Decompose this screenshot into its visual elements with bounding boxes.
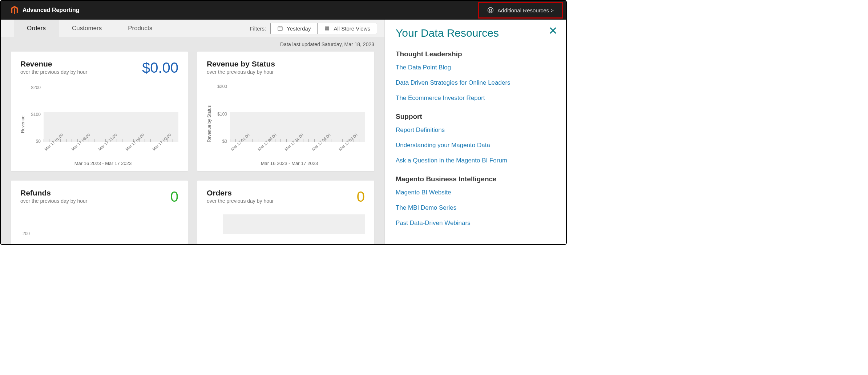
tab-orders[interactable]: Orders [14,20,59,37]
svg-point-1 [489,9,492,11]
link-investor-report[interactable]: The Ecommerce Investor Report [396,94,555,102]
svg-rect-2 [278,27,282,31]
revenue-value: $0.00 [142,60,178,76]
section-support: Support [396,113,555,121]
card-revenue: Revenue over the previous day by hour $0… [11,52,188,171]
additional-resources-label: Additional Resources > [497,7,554,13]
tab-customers[interactable]: Customers [59,20,115,37]
body-row: Orders Customers Products Filters: Yeste… [1,20,566,244]
brand: Advanced Reporting [11,6,79,15]
close-button[interactable] [549,26,557,36]
chart-orders [207,211,365,239]
link-data-point-blog[interactable]: The Data Point Blog [396,64,555,71]
yticks: $200 $100 $0 [28,82,43,147]
chart-revenue: Revenue $200 $100 $0 [20,82,178,166]
side-panel: Your Data Resources Thought Leadership T… [384,20,566,244]
tabs: Orders Customers Products [14,20,165,37]
card-refunds: Refunds over the previous day by hour 0 … [11,181,188,245]
secondbar: Orders Customers Products Filters: Yeste… [1,20,384,37]
filter-group: Yesterday All Store Views [270,23,377,34]
chart-footer: Mar 16 2023 - Mar 17 2023 [28,161,178,166]
xlabels: Mar 17 01:00 Mar 17 06:00 Mar 17 11:00 M… [44,148,178,153]
date-filter-label: Yesterday [287,25,311,32]
main-area: Orders Customers Products Filters: Yeste… [1,20,384,244]
app-frame: Advanced Reporting Additional Resources … [0,0,567,245]
yticks: $200 $100 $0 [214,81,229,147]
chart-band [223,214,365,234]
date-filter-button[interactable]: Yesterday [271,23,317,34]
updated-text: Data last updated Saturday, Mar 18, 2023 [1,37,384,49]
card-subtitle: over the previous day by hour [207,198,274,204]
card-subtitle: over the previous day by hour [20,198,87,204]
yticks: 200 [20,211,32,239]
link-data-driven-strategies[interactable]: Data Driven Strategies for Online Leader… [396,79,555,86]
card-title: Revenue [20,60,87,68]
card-subtitle: over the previous day by hour [20,69,87,75]
section-mbi: Magento Business Intelligence [396,175,555,183]
xlabels: Mar 17 01:00 Mar 17 06:00 Mar 17 11:00 M… [230,148,365,153]
app-title: Advanced Reporting [23,7,79,13]
scope-filter-label: All Store Views [334,25,370,32]
orders-value: 0 [357,189,365,205]
card-title: Revenue by Status [207,60,275,68]
additional-resources-button[interactable]: Additional Resources > [482,5,559,16]
scope-filter-button[interactable]: All Store Views [317,23,377,34]
chart-revenue-status: Revenue by Status $200 $100 $0 [207,81,365,166]
filters-label: Filters: [250,25,266,32]
card-subtitle: over the previous day by hour [207,69,275,75]
section-thought-leadership: Thought Leadership [396,50,555,58]
close-icon [549,26,557,35]
chart-footer: Mar 16 2023 - Mar 17 2023 [214,161,365,166]
plot-area [36,214,178,234]
card-revenue-status: Revenue by Status over the previous day … [197,52,374,171]
link-understanding-data[interactable]: Understanding your Magento Data [396,142,555,149]
card-head: Revenue by Status over the previous day … [207,60,365,75]
link-mbi-demo[interactable]: The MBI Demo Series [396,204,555,211]
side-panel-title: Your Data Resources [396,27,555,39]
cards-grid: Revenue over the previous day by hour $0… [1,49,384,244]
link-ask-question[interactable]: Ask a Question in the Magento BI Forum [396,157,555,164]
card-head: Orders over the previous day by hour 0 [207,189,365,205]
magento-logo-icon [11,6,18,15]
store-icon [324,25,330,31]
chart-ylabel: Revenue [20,116,25,133]
refunds-value: 0 [170,189,178,205]
lifesaver-icon [487,7,494,13]
link-past-webinars[interactable]: Past Data-Driven Webinars [396,219,555,227]
filters: Filters: Yesterday All Store Views [250,23,377,34]
card-orders: Orders over the previous day by hour 0 [197,181,374,245]
link-mbi-website[interactable]: Magento BI Website [396,189,555,196]
chart-refunds: 200 [20,211,178,239]
chart-ylabel: Revenue by Status [207,105,212,142]
card-title: Orders [207,189,274,197]
tab-products[interactable]: Products [115,20,165,37]
topbar: Advanced Reporting Additional Resources … [1,1,566,20]
plot-area [223,214,365,234]
card-title: Refunds [20,189,87,197]
calendar-icon [277,25,283,31]
card-head: Revenue over the previous day by hour $0… [20,60,178,76]
link-report-definitions[interactable]: Report Definitions [396,126,555,134]
card-head: Refunds over the previous day by hour 0 [20,189,178,205]
